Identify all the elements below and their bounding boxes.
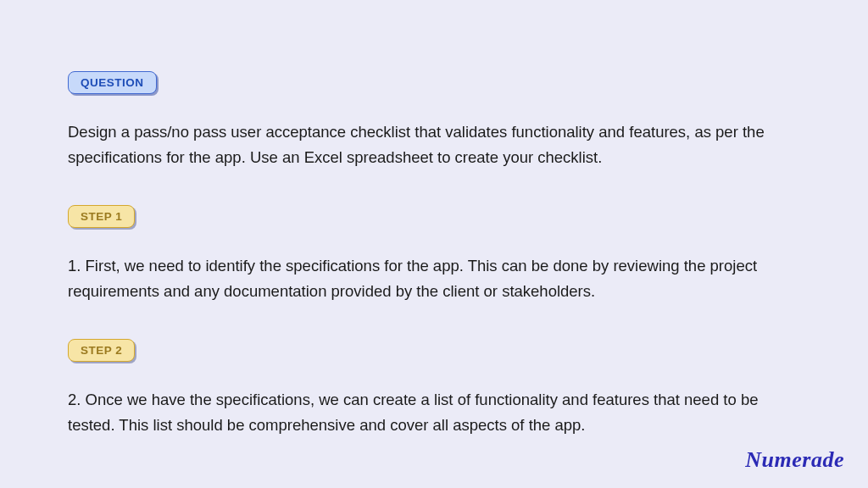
brand-logo: Numerade — [745, 447, 844, 473]
step1-text: 1. First, we need to identify the specif… — [68, 253, 800, 303]
main-content: QUESTION Design a pass/no pass user acce… — [0, 0, 868, 438]
step2-text: 2. Once we have the specifications, we c… — [68, 387, 800, 437]
step2-badge-label: STEP 2 — [81, 344, 122, 357]
question-badge: QUESTION — [68, 71, 157, 94]
question-badge-label: QUESTION — [81, 76, 144, 89]
logo-text: Numerade — [745, 447, 844, 472]
step1-badge-label: STEP 1 — [81, 210, 122, 223]
step2-badge: STEP 2 — [68, 339, 135, 362]
question-text: Design a pass/no pass user acceptance ch… — [68, 119, 800, 169]
step1-badge: STEP 1 — [68, 205, 135, 228]
